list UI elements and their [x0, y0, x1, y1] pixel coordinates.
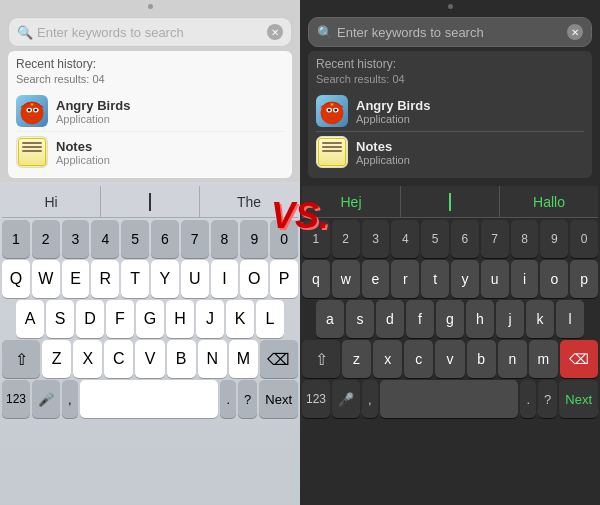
right-result-angry-birds[interactable]: Angry Birds Application — [316, 91, 584, 132]
right-key-w[interactable]: w — [332, 260, 360, 298]
right-key-0[interactable]: 0 — [570, 220, 598, 258]
right-key-4[interactable]: 4 — [391, 220, 419, 258]
right-key-2[interactable]: 2 — [332, 220, 360, 258]
left-key-z[interactable]: Z — [42, 340, 71, 378]
right-key-q[interactable]: q — [302, 260, 330, 298]
right-key-s[interactable]: s — [346, 300, 374, 338]
right-key-f[interactable]: f — [406, 300, 434, 338]
right-key-k[interactable]: k — [526, 300, 554, 338]
left-key-s[interactable]: S — [46, 300, 74, 338]
left-key-next[interactable]: Next — [259, 380, 298, 418]
left-key-v[interactable]: V — [135, 340, 164, 378]
right-key-l[interactable]: l — [556, 300, 584, 338]
right-key-v[interactable]: v — [435, 340, 464, 378]
left-key-p[interactable]: P — [270, 260, 298, 298]
right-key-y[interactable]: y — [451, 260, 479, 298]
left-key-w[interactable]: W — [32, 260, 60, 298]
left-key-r[interactable]: R — [91, 260, 119, 298]
left-key-c[interactable]: C — [104, 340, 133, 378]
right-key-space[interactable] — [380, 380, 519, 418]
left-key-7[interactable]: 7 — [181, 220, 209, 258]
right-key-i[interactable]: i — [511, 260, 539, 298]
left-key-5[interactable]: 5 — [121, 220, 149, 258]
left-result-angry-birds[interactable]: Angry Birds Application — [16, 91, 284, 132]
left-key-d[interactable]: D — [76, 300, 104, 338]
right-key-next[interactable]: Next — [559, 380, 598, 418]
right-key-h[interactable]: h — [466, 300, 494, 338]
left-key-question[interactable]: ? — [238, 380, 257, 418]
right-key-o[interactable]: o — [540, 260, 568, 298]
right-key-n[interactable]: n — [498, 340, 527, 378]
right-key-123[interactable]: 123 — [302, 380, 330, 418]
right-key-z[interactable]: z — [342, 340, 371, 378]
right-key-5[interactable]: 5 — [421, 220, 449, 258]
right-key-6[interactable]: 6 — [451, 220, 479, 258]
left-key-l[interactable]: L — [256, 300, 284, 338]
left-key-t[interactable]: T — [121, 260, 149, 298]
left-key-4[interactable]: 4 — [91, 220, 119, 258]
left-key-9[interactable]: 9 — [240, 220, 268, 258]
left-key-space[interactable] — [80, 380, 219, 418]
left-key-q[interactable]: Q — [2, 260, 30, 298]
left-key-m[interactable]: M — [229, 340, 258, 378]
left-key-h[interactable]: H — [166, 300, 194, 338]
right-key-mic[interactable]: 🎤 — [332, 380, 360, 418]
right-key-m[interactable]: m — [529, 340, 558, 378]
left-key-j[interactable]: J — [196, 300, 224, 338]
right-qwerty-row: q w e r t y u i o p — [302, 260, 598, 298]
right-key-8[interactable]: 8 — [511, 220, 539, 258]
left-key-y[interactable]: Y — [151, 260, 179, 298]
left-key-del[interactable]: ⌫ — [260, 340, 298, 378]
left-key-8[interactable]: 8 — [211, 220, 239, 258]
left-pred-hi[interactable]: Hi — [2, 186, 101, 217]
left-key-6[interactable]: 6 — [151, 220, 179, 258]
left-key-b[interactable]: B — [167, 340, 196, 378]
right-key-b[interactable]: b — [467, 340, 496, 378]
right-search-bar[interactable]: 🔍 Enter keywords to search ✕ — [308, 17, 592, 47]
left-key-comma[interactable]: , — [62, 380, 78, 418]
left-key-2[interactable]: 2 — [32, 220, 60, 258]
right-key-comma[interactable]: , — [362, 380, 378, 418]
left-key-o[interactable]: O — [240, 260, 268, 298]
right-key-u[interactable]: u — [481, 260, 509, 298]
left-search-icon: 🔍 — [17, 25, 33, 40]
right-key-del[interactable]: ⌫ — [560, 340, 598, 378]
right-key-7[interactable]: 7 — [481, 220, 509, 258]
right-result-notes[interactable]: Notes Application — [316, 132, 584, 172]
right-key-question[interactable]: ? — [538, 380, 557, 418]
left-key-period[interactable]: . — [220, 380, 236, 418]
right-key-t[interactable]: t — [421, 260, 449, 298]
left-key-a[interactable]: A — [16, 300, 44, 338]
right-key-e[interactable]: e — [362, 260, 390, 298]
right-key-r[interactable]: r — [391, 260, 419, 298]
left-key-x[interactable]: X — [73, 340, 102, 378]
left-search-bar[interactable]: 🔍 Enter keywords to search ✕ — [8, 17, 292, 47]
right-key-9[interactable]: 9 — [540, 220, 568, 258]
right-key-period[interactable]: . — [520, 380, 536, 418]
right-key-p[interactable]: p — [570, 260, 598, 298]
left-key-k[interactable]: K — [226, 300, 254, 338]
left-key-3[interactable]: 3 — [62, 220, 90, 258]
right-key-c[interactable]: c — [404, 340, 433, 378]
left-key-123[interactable]: 123 — [2, 380, 30, 418]
left-key-n[interactable]: N — [198, 340, 227, 378]
right-key-a[interactable]: a — [316, 300, 344, 338]
left-result-notes[interactable]: Notes Application — [16, 132, 284, 172]
right-key-3[interactable]: 3 — [362, 220, 390, 258]
left-key-u[interactable]: U — [181, 260, 209, 298]
left-key-f[interactable]: F — [106, 300, 134, 338]
left-key-e[interactable]: E — [62, 260, 90, 298]
left-key-1[interactable]: 1 — [2, 220, 30, 258]
right-search-clear[interactable]: ✕ — [567, 24, 583, 40]
right-pred-hallo[interactable]: Hallo — [500, 186, 598, 217]
left-key-g[interactable]: G — [136, 300, 164, 338]
right-key-shift[interactable]: ⇧ — [302, 340, 340, 378]
left-key-mic[interactable]: 🎤 — [32, 380, 60, 418]
right-key-j[interactable]: j — [496, 300, 524, 338]
right-key-d[interactable]: d — [376, 300, 404, 338]
right-key-g[interactable]: g — [436, 300, 464, 338]
left-search-clear[interactable]: ✕ — [267, 24, 283, 40]
right-key-x[interactable]: x — [373, 340, 402, 378]
left-key-shift[interactable]: ⇧ — [2, 340, 40, 378]
left-key-i[interactable]: I — [211, 260, 239, 298]
